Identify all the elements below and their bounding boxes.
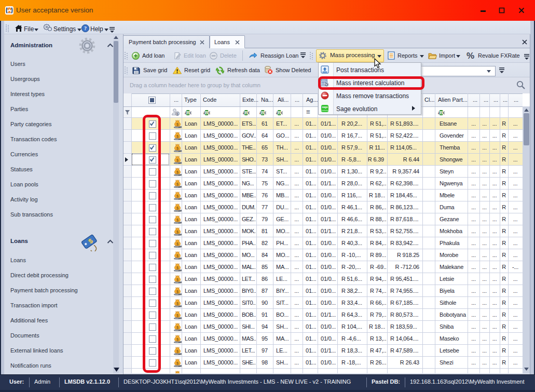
svg-text:B: B [205, 110, 208, 115]
svg-text:c: c [248, 110, 250, 115]
svg-text:B: B [440, 110, 443, 115]
svg-text:c: c [190, 110, 191, 115]
svg-text:$: $ [176, 112, 179, 116]
svg-text:?: ? [84, 25, 87, 31]
svg-text:B: B [261, 110, 264, 115]
svg-text:c: c [281, 110, 283, 115]
svg-text:Evolution: Evolution [321, 109, 329, 112]
svg-text:c: c [209, 110, 210, 115]
svg-text:c: c [443, 110, 445, 115]
svg-text:B: B [278, 110, 281, 115]
svg-text:c: c [265, 110, 266, 115]
svg-text:sage: sage [322, 105, 328, 109]
svg-text:B: B [186, 110, 189, 115]
svg-text:B: B [244, 110, 248, 115]
